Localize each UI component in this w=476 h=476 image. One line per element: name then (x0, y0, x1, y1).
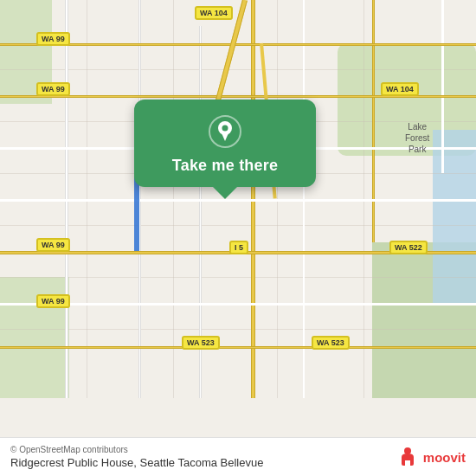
badge-wa99-2: WA 99 (36, 82, 70, 96)
moovit-brand-icon (396, 445, 420, 469)
badge-wa99-1: WA 99 (36, 32, 70, 46)
badge-wa104-right: WA 104 (381, 82, 419, 96)
badge-wa522: WA 522 (389, 241, 428, 254)
bottom-info: © OpenStreetMap contributors Ridgecrest … (10, 445, 263, 469)
moovit-logo: moovit (396, 445, 466, 469)
road-h7 (0, 346, 476, 349)
road-h6 (0, 303, 476, 306)
location-name: Ridgecrest Public House, Seattle Tacoma … (10, 456, 263, 469)
location-pin-icon (209, 115, 241, 148)
road-layer (0, 0, 476, 476)
map-container: WA 99 WA 99 WA 99 WA 99 WA 104 WA 104 I … (0, 0, 476, 476)
tooltip-label: Take me there (172, 157, 278, 175)
svg-point-3 (404, 447, 411, 454)
copyright-text: © OpenStreetMap contributors (10, 445, 263, 454)
bottom-bar: © OpenStreetMap contributors Ridgecrest … (0, 437, 476, 476)
road-h1 (0, 43, 476, 46)
tooltip-card[interactable]: Take me there (134, 100, 316, 187)
badge-wa104-top: WA 104 (195, 6, 233, 20)
badge-wa99-4: WA 99 (36, 294, 70, 308)
road-h4 (0, 199, 476, 202)
road-wa104 (372, 0, 375, 242)
map-label-lake-forest-park: LakeForestPark (405, 121, 429, 155)
moovit-text: moovit (423, 450, 466, 465)
badge-wa523-left: WA 523 (182, 336, 220, 350)
badge-wa99-3: WA 99 (36, 238, 70, 252)
badge-i5: I 5 (229, 241, 248, 254)
svg-point-2 (222, 125, 228, 132)
badge-wa523-right: WA 523 (312, 336, 350, 350)
